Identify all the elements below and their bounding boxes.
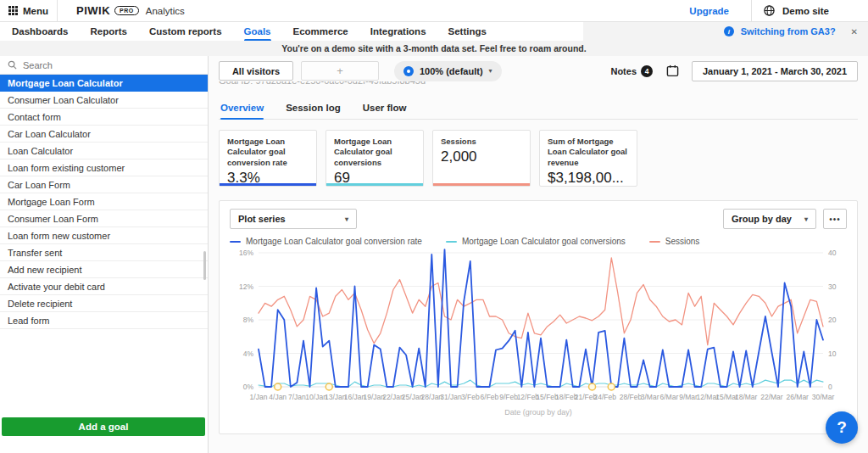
notes-count-badge: 4 (641, 65, 653, 77)
info-icon: i (724, 26, 734, 36)
brand-logo: PIWIK PRO Analytics (76, 4, 185, 17)
date-range-picker[interactable]: January 1, 2021 - March 30, 2021 (692, 61, 858, 81)
goal-id-clipped: Goal ID: 97d28a1e-e250-0ac0-0d2f-49fab5f… (219, 81, 858, 88)
metric-title: Sessions (441, 137, 522, 147)
svg-text:24/Feb: 24/Feb (593, 393, 616, 401)
goal-list-item[interactable]: Transfer sent (0, 244, 208, 261)
menu-label: Menu (23, 6, 48, 16)
svg-text:0: 0 (828, 383, 832, 391)
metric-title: Mortgage Loan Calculator goal conversion… (334, 137, 415, 168)
svg-text:7/Jan: 7/Jan (288, 393, 306, 401)
brand-pro-badge: PRO (114, 6, 139, 15)
nav-tab-goals[interactable]: Goals (244, 24, 271, 40)
nav-tab-custom-reports[interactable]: Custom reports (149, 24, 222, 40)
calendar-icon (666, 64, 679, 77)
demo-notice-bar: You're on a demo site with a 3-month dat… (0, 41, 868, 56)
menu-button[interactable]: Menu (0, 0, 58, 22)
goal-list-item[interactable]: Lead form (0, 312, 208, 329)
svg-text:6/Mar: 6/Mar (659, 393, 678, 401)
tab-session-log[interactable]: Session log (286, 99, 341, 119)
goal-trend-chart[interactable]: 0%04%108%2012%3016%401/Jan4/Jan7/Jan10/J… (230, 246, 847, 407)
main-content: All visitors + 100% (default) ▾ Notes 4 … (209, 56, 868, 453)
top-bar: Menu PIWIK PRO Analytics Upgrade Demo si… (0, 0, 868, 22)
ga3-link[interactable]: Switching from GA3? (741, 26, 836, 36)
goal-list-item[interactable]: Consumer Loan Form (0, 210, 208, 227)
goal-list-item[interactable]: Car Loan Calculator (0, 126, 208, 143)
goal-list-item[interactable]: Contact form (0, 109, 208, 126)
metric-card: Mortgage Loan Calculator goal conversion… (219, 130, 317, 187)
calendar-button[interactable] (663, 62, 682, 81)
sampling-selector[interactable]: 100% (default) ▾ (394, 61, 502, 81)
report-tabs: OverviewSession logUser flow (219, 99, 858, 120)
svg-text:20: 20 (828, 316, 837, 324)
nav-tab-reports[interactable]: Reports (90, 24, 126, 40)
more-options-button[interactable]: ••• (823, 209, 847, 229)
legend-label: Mortgage Loan Calculator goal conversion… (246, 237, 422, 246)
goal-list-item[interactable]: Loan Calculator (0, 143, 208, 159)
svg-text:12%: 12% (239, 282, 253, 291)
goal-list-item[interactable]: Consumer Loan Calculator (0, 92, 208, 109)
legend-item[interactable]: Mortgage Loan Calculator goal conversion… (446, 237, 626, 246)
legend-dash-icon (230, 241, 241, 243)
goal-search[interactable] (0, 56, 208, 75)
svg-text:40: 40 (828, 249, 837, 257)
goal-list-item[interactable]: Mortgage Loan Calculator (0, 75, 208, 92)
svg-text:28/Feb: 28/Feb (620, 393, 643, 401)
legend-dash-icon (649, 241, 660, 243)
metric-title: Sum of Mortgage Loan Calculator goal rev… (548, 137, 629, 168)
brand-name: PIWIK (76, 4, 110, 17)
goal-list-item[interactable]: Activate your debit card (0, 278, 208, 295)
goal-list-item[interactable]: Loan form new customer (0, 227, 208, 244)
svg-text:4/Jan: 4/Jan (269, 393, 287, 401)
sidebar-scrollbar[interactable] (203, 251, 206, 280)
help-button[interactable]: ? (826, 411, 858, 444)
svg-text:9/Mar: 9/Mar (679, 393, 698, 401)
piwik-analytics-app: Menu PIWIK PRO Analytics Upgrade Demo si… (0, 0, 868, 453)
svg-text:26/Mar: 26/Mar (786, 393, 809, 401)
nav-tab-settings[interactable]: Settings (448, 24, 487, 40)
goal-list-item[interactable]: Mortgage Loan Form (0, 193, 208, 210)
segment-all-visitors[interactable]: All visitors (219, 61, 293, 81)
legend-label: Mortgage Loan Calculator goal conversion… (462, 237, 626, 246)
chart-panel: Plot series ▾ Group by day ▾ ••• Mortgag… (219, 200, 858, 434)
chart-legend: Mortgage Loan Calculator goal conversion… (230, 237, 847, 246)
sampling-label: 100% (default) (420, 66, 483, 76)
svg-text:1/Jan: 1/Jan (250, 393, 268, 401)
svg-text:3/Mar: 3/Mar (641, 393, 659, 401)
nav-tab-ecommerce[interactable]: Ecommerce (293, 24, 348, 40)
tab-overview[interactable]: Overview (220, 99, 264, 119)
search-input[interactable] (23, 60, 175, 70)
nav-tab-dashboards[interactable]: Dashboards (12, 24, 68, 40)
svg-text:3/Feb: 3/Feb (461, 393, 480, 401)
notes-button[interactable]: Notes 4 (610, 65, 653, 77)
svg-text:8%: 8% (243, 316, 254, 324)
notes-label: Notes (610, 66, 637, 76)
svg-text:10: 10 (828, 350, 837, 358)
goal-list-item[interactable]: Add new recipient (0, 261, 208, 278)
plot-series-dropdown[interactable]: Plot series ▾ (230, 209, 357, 229)
group-by-label: Group by day (732, 214, 792, 224)
upgrade-link[interactable]: Upgrade (689, 6, 729, 16)
metric-accent-bar (433, 183, 530, 186)
demo-notice-text: You're on a demo site with a 3-month dat… (281, 43, 586, 53)
report-toolbar: All visitors + 100% (default) ▾ Notes 4 … (219, 60, 858, 81)
goal-list-item[interactable]: Loan form existing customer (0, 159, 208, 176)
legend-item[interactable]: Mortgage Loan Calculator goal conversion… (230, 237, 422, 246)
add-segment-button[interactable]: + (301, 61, 379, 81)
nav-tab-integrations[interactable]: Integrations (370, 24, 426, 40)
group-by-dropdown[interactable]: Group by day ▾ (723, 209, 816, 229)
menu-grid-icon (8, 6, 18, 15)
metric-value: $3,198,00... (548, 170, 629, 187)
svg-text:16%: 16% (239, 249, 253, 257)
site-selector[interactable]: Demo site (751, 0, 868, 22)
tab-user-flow[interactable]: User flow (363, 99, 407, 119)
goal-list-item[interactable]: Car Loan Form (0, 176, 208, 193)
svg-text:0%: 0% (243, 383, 254, 391)
chart-svg[interactable]: 0%04%108%2012%3016%401/Jan4/Jan7/Jan10/J… (230, 246, 849, 405)
legend-item[interactable]: Sessions (649, 237, 700, 246)
goal-list-item[interactable]: Delete recipient (0, 295, 208, 312)
close-icon[interactable]: ✕ (851, 27, 858, 36)
chevron-down-icon: ▾ (489, 67, 492, 75)
chevron-down-icon: ▾ (345, 215, 348, 223)
add-goal-button[interactable]: Add a goal (2, 417, 205, 436)
